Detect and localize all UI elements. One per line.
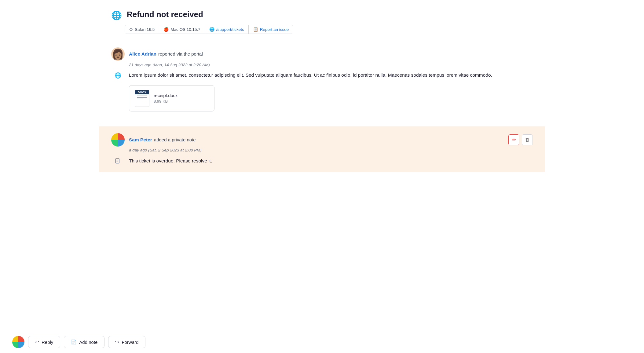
globe-small-icon: 🌐 [209, 27, 214, 32]
add-note-label: Add note [79, 340, 97, 345]
attachment-area: DOCX receipt.docx 8.99 KB [129, 85, 533, 111]
meta-tag-macos[interactable]: 🍎 Mac OS 10.15.7 [159, 25, 205, 34]
action-bar: ↩ Reply 📄 Add note ↪ Forward [0, 331, 644, 353]
private-note-section: Sam Peter added a private note ✏ 🗑 a day… [99, 126, 545, 172]
macos-label: Mac OS 10.15.7 [170, 27, 200, 32]
note-header: Sam Peter added a private note ✏ 🗑 [111, 133, 533, 147]
message-body: 🌐 Lorem ipsum dolor sit amet, consectetu… [111, 71, 533, 79]
safari-icon: ⊙ [129, 27, 133, 32]
ticket-title: Refund not received [127, 10, 203, 19]
note-actions: ✏ 🗑 [508, 134, 533, 145]
add-note-icon: 📄 [71, 339, 77, 345]
note-pencil-icon [111, 158, 125, 166]
note-body: This ticket is overdue. Please resolve i… [111, 157, 533, 166]
globe-icon: 🌐 [111, 10, 122, 20]
first-message-action: reported via the portal [158, 51, 203, 56]
note-time: a day ago (Sat, 2 Sep 2023 at 2:08 PM) [129, 148, 533, 152]
author-line: Alice Adrian reported via the portal [129, 51, 203, 57]
report-icon: 📋 [253, 27, 258, 32]
attachment-info: receipt.docx 8.99 KB [154, 93, 209, 104]
delete-note-button[interactable]: 🗑 [522, 134, 533, 145]
forward-button[interactable]: ↪ Forward [108, 336, 145, 348]
path-label: /support/tickets [216, 27, 244, 32]
apple-icon: 🍎 [163, 27, 169, 32]
message-text: Lorem ipsum dolor sit amet, consectetur … [129, 71, 492, 79]
avatar-sam [111, 133, 125, 147]
forward-icon: ↪ [115, 339, 119, 345]
edit-note-button[interactable]: ✏ [508, 134, 519, 145]
message-globe-icon: 🌐 [111, 72, 125, 79]
bottom-avatar-sam [12, 336, 24, 348]
edit-icon: ✏ [512, 137, 516, 143]
attachment-size: 8.99 KB [154, 99, 209, 104]
meta-tag-safari[interactable]: ⊙ Safari 16.5 [125, 25, 159, 34]
note-action: added a private note [154, 137, 196, 142]
docx-file-icon: DOCX [135, 90, 149, 107]
meta-tag-report[interactable]: 📋 Report an issue [249, 25, 293, 34]
docx-badge: DOCX [135, 90, 149, 94]
trash-icon: 🗑 [525, 137, 530, 143]
docx-preview [135, 94, 149, 101]
note-author[interactable]: Sam Peter [129, 137, 152, 143]
first-message-author[interactable]: Alice Adrian [129, 51, 156, 57]
reply-label: Reply [42, 340, 53, 345]
attachment-name: receipt.docx [154, 93, 209, 98]
forward-label: Forward [122, 340, 138, 345]
first-message-section: 👩🏽 Alice Adrian reported via the portal … [111, 42, 533, 119]
report-label: Report an issue [260, 27, 289, 32]
meta-tag-path[interactable]: 🌐 /support/tickets [205, 25, 249, 34]
note-header-left: Sam Peter added a private note [111, 133, 196, 147]
first-message-time: 21 days ago (Mon, 14 Aug 2023 at 2:20 AM… [129, 63, 533, 67]
reply-button[interactable]: ↩ Reply [28, 336, 60, 348]
avatar-alice: 👩🏽 [111, 47, 125, 61]
attachment-card[interactable]: DOCX receipt.docx 8.99 KB [129, 85, 214, 111]
safari-label: Safari 16.5 [135, 27, 155, 32]
reply-icon: ↩ [35, 339, 39, 345]
ticket-meta-bar: ⊙ Safari 16.5 🍎 Mac OS 10.15.7 🌐 /suppor… [125, 25, 293, 34]
add-note-button[interactable]: 📄 Add note [64, 336, 104, 348]
message-header: 👩🏽 Alice Adrian reported via the portal [111, 47, 533, 61]
note-author-line: Sam Peter added a private note [129, 137, 196, 143]
note-text: This ticket is overdue. Please resolve i… [129, 157, 212, 165]
